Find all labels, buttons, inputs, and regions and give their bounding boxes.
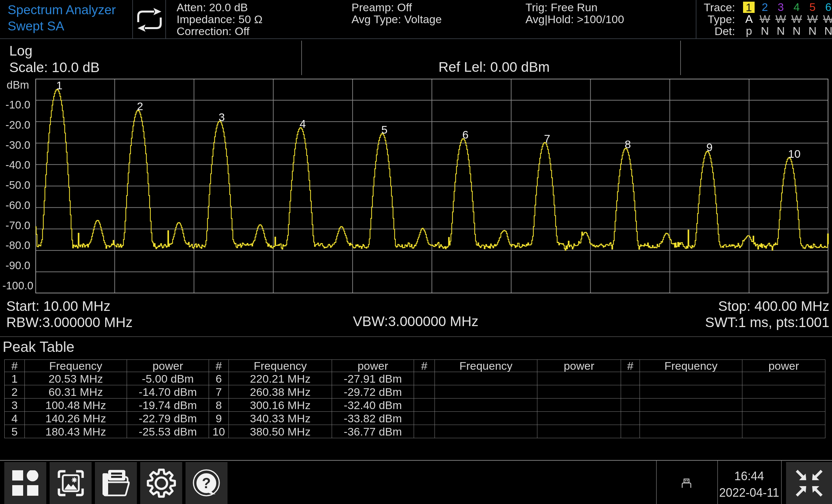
svg-text:?: ? bbox=[202, 475, 211, 491]
